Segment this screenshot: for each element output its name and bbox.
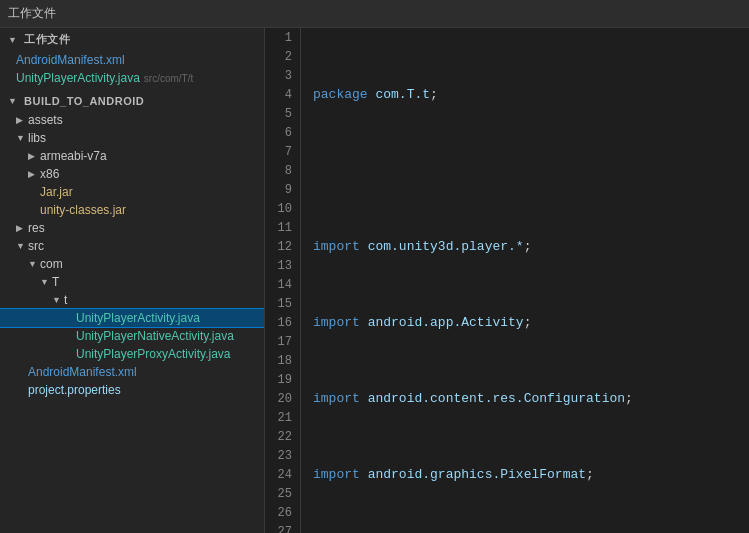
sidebar-item-unityplayer-proxy[interactable]: UnityPlayerProxyActivity.java: [0, 345, 264, 363]
uppa-label: UnityPlayerProxyActivity.java: [76, 347, 231, 361]
T-label: T: [52, 275, 59, 289]
ln-16: 16: [269, 313, 292, 332]
workfiles-arrow: [8, 35, 20, 45]
code-line-1: package com.T.t;: [313, 85, 737, 104]
amb-label: AndroidManifest.xml: [28, 365, 137, 379]
sidebar-item-project-properties[interactable]: project.properties: [0, 381, 264, 399]
sidebar-item-androidmanifest-bottom[interactable]: AndroidManifest.xml: [0, 363, 264, 381]
code-editor[interactable]: 1 2 3 4 5 6 7 8 9 10 11 12 13 14 15 16 1…: [265, 28, 749, 533]
code-content[interactable]: package com.T.t; import com.unity3d.play…: [301, 28, 749, 533]
build-arrow: [8, 96, 20, 106]
ln-13: 13: [269, 256, 292, 275]
ln-3: 3: [269, 66, 292, 85]
ln-10: 10: [269, 199, 292, 218]
sidebar-item-com[interactable]: com: [0, 255, 264, 273]
upna-label: UnityPlayerNativeActivity.java: [76, 329, 234, 343]
sidebar-item-unityplayer-activity[interactable]: UnityPlayerActivity.java: [0, 309, 264, 327]
ln-4: 4: [269, 85, 292, 104]
kw-package: package: [313, 85, 368, 104]
ln-6: 6: [269, 123, 292, 142]
ln-21: 21: [269, 408, 292, 427]
sidebar-item-unity-classes[interactable]: unity-classes.jar: [0, 201, 264, 219]
ln-11: 11: [269, 218, 292, 237]
res-arrow: [16, 223, 28, 233]
sidebar-item-androidmanifest-top[interactable]: AndroidManifest.xml: [0, 51, 264, 69]
T-arrow: [40, 277, 52, 287]
sidebar[interactable]: 工作文件 AndroidManifest.xml UnityPlayerActi…: [0, 28, 265, 533]
ln-8: 8: [269, 161, 292, 180]
assets-label: assets: [28, 113, 63, 127]
ln-19: 19: [269, 370, 292, 389]
ln-27: 27: [269, 522, 292, 533]
jar-label: Jar.jar: [40, 185, 73, 199]
com-arrow: [28, 259, 40, 269]
x86-arrow: [28, 169, 40, 179]
pp-label: project.properties: [28, 383, 121, 397]
code-line-4: import android.app.Activity;: [313, 313, 737, 332]
armeabi-label: armeabi-v7a: [40, 149, 107, 163]
sidebar-item-assets[interactable]: assets: [0, 111, 264, 129]
code-area: 1 2 3 4 5 6 7 8 9 10 11 12 13 14 15 16 1…: [265, 28, 749, 533]
ln-9: 9: [269, 180, 292, 199]
sidebar-section-workfiles[interactable]: 工作文件: [0, 28, 264, 51]
x86-label: x86: [40, 167, 59, 181]
src-label: src: [28, 239, 44, 253]
sidebar-item-jar[interactable]: Jar.jar: [0, 183, 264, 201]
ln-15: 15: [269, 294, 292, 313]
com-label: com: [40, 257, 63, 271]
toolbar: 工作文件: [0, 0, 749, 28]
code-line-2: [313, 161, 737, 180]
sidebar-item-libs[interactable]: libs: [0, 129, 264, 147]
sidebar-item-x86[interactable]: x86: [0, 165, 264, 183]
res-label: res: [28, 221, 45, 235]
ln-14: 14: [269, 275, 292, 294]
ln-5: 5: [269, 104, 292, 123]
workfiles-label: 工作文件: [24, 32, 70, 47]
unityplayer-top-label: UnityPlayerActivity.java: [16, 71, 140, 85]
sidebar-item-res[interactable]: res: [0, 219, 264, 237]
ln-24: 24: [269, 465, 292, 484]
sidebar-item-armeabi[interactable]: armeabi-v7a: [0, 147, 264, 165]
assets-arrow: [16, 115, 28, 125]
ln-23: 23: [269, 446, 292, 465]
sidebar-item-T[interactable]: T: [0, 273, 264, 291]
main-layout: 工作文件 AndroidManifest.xml UnityPlayerActi…: [0, 28, 749, 533]
ln-26: 26: [269, 503, 292, 522]
ln-22: 22: [269, 427, 292, 446]
armeabi-arrow: [28, 151, 40, 161]
pkg-name: com.T.t: [375, 85, 430, 104]
t-label: t: [64, 293, 67, 307]
code-line-3: import com.unity3d.player.*;: [313, 237, 737, 256]
toolbar-title: 工作文件: [8, 5, 56, 22]
src-arrow: [16, 241, 28, 251]
ln-12: 12: [269, 237, 292, 256]
file-path-hint: src/com/T/t: [144, 73, 193, 84]
androidmanifest-top-label: AndroidManifest.xml: [16, 53, 125, 67]
ln-1: 1: [269, 28, 292, 47]
sidebar-section-build[interactable]: BUILD_TO_ANDROID: [0, 91, 264, 111]
code-line-5: import android.content.res.Configuration…: [313, 389, 737, 408]
libs-arrow: [16, 133, 28, 143]
ln-17: 17: [269, 332, 292, 351]
sidebar-item-unityplayer-top[interactable]: UnityPlayerActivity.java src/com/T/t: [0, 69, 264, 87]
ln-7: 7: [269, 142, 292, 161]
sidebar-item-t[interactable]: t: [0, 291, 264, 309]
upa-label: UnityPlayerActivity.java: [76, 311, 200, 325]
ln-20: 20: [269, 389, 292, 408]
t-arrow: [52, 295, 64, 305]
line-numbers: 1 2 3 4 5 6 7 8 9 10 11 12 13 14 15 16 1…: [265, 28, 301, 533]
ln-2: 2: [269, 47, 292, 66]
libs-label: libs: [28, 131, 46, 145]
sidebar-item-unityplayer-native[interactable]: UnityPlayerNativeActivity.java: [0, 327, 264, 345]
unity-classes-label: unity-classes.jar: [40, 203, 126, 217]
ln-25: 25: [269, 484, 292, 503]
ln-18: 18: [269, 351, 292, 370]
code-line-6: import android.graphics.PixelFormat;: [313, 465, 737, 484]
sidebar-item-src[interactable]: src: [0, 237, 264, 255]
build-label: BUILD_TO_ANDROID: [24, 95, 144, 107]
